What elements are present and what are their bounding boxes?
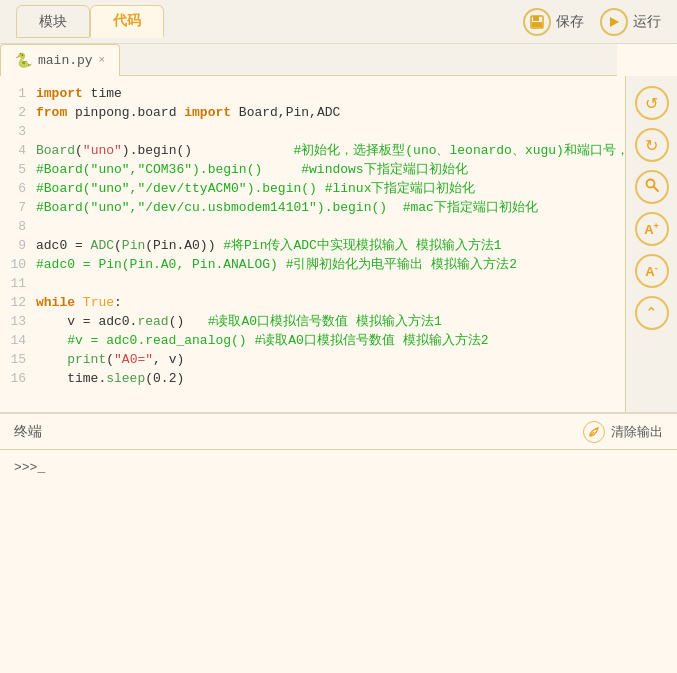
svg-line-5 (654, 187, 658, 191)
code-content: 1 2 3 4 5 6 7 8 9 10 11 12 13 14 15 16 i… (0, 76, 677, 412)
code-line-5: #Board("uno","COM36").begin() #windows下指… (36, 160, 669, 179)
undo-icon: ↺ (645, 94, 658, 113)
file-tabs: 🐍 main.py × (0, 44, 617, 76)
terminal-body[interactable]: >>>_ (0, 450, 677, 673)
code-line-9: adc0 = ADC(Pin(Pin.A0)) #将Pin传入ADC中实现模拟输… (36, 236, 669, 255)
svg-point-4 (646, 180, 654, 188)
tab-group: 模块 代码 (16, 5, 164, 38)
run-button[interactable]: 运行 (600, 8, 661, 36)
clear-label: 清除输出 (611, 423, 663, 441)
code-line-4: Board("uno").begin() #初始化，选择板型(uno、leona… (36, 141, 669, 160)
tab-code[interactable]: 代码 (90, 5, 164, 38)
code-line-16: time.sleep(0.2) (36, 369, 669, 388)
svg-marker-3 (610, 17, 619, 27)
redo-button[interactable]: ↻ (635, 128, 669, 162)
code-line-11 (36, 274, 669, 293)
file-tab-name: main.py (38, 53, 93, 68)
font-increase-button[interactable]: A+ (635, 212, 669, 246)
code-line-1: import time (36, 84, 669, 103)
svg-rect-1 (533, 16, 539, 21)
font-decrease-icon: A- (645, 263, 657, 279)
main-toolbar: 模块 代码 保存 运行 (0, 0, 677, 44)
terminal-title: 终端 (14, 423, 42, 441)
terminal-prompt: >>>_ (14, 460, 45, 475)
save-button[interactable]: 保存 (523, 8, 584, 36)
terminal-area: 终端 清除输出 >>>_ (0, 414, 677, 673)
code-line-13: v = adc0.read() #读取A0口模拟信号数值 模拟输入方法1 (36, 312, 669, 331)
collapse-button[interactable]: ⌃ (635, 296, 669, 330)
undo-button[interactable]: ↺ (635, 86, 669, 120)
line-numbers: 1 2 3 4 5 6 7 8 9 10 11 12 13 14 15 16 (0, 76, 36, 412)
font-increase-icon: A+ (644, 221, 659, 237)
run-label: 运行 (633, 13, 661, 31)
font-decrease-button[interactable]: A- (635, 254, 669, 288)
python-icon: 🐍 (15, 52, 32, 69)
tab-module[interactable]: 模块 (16, 5, 90, 38)
save-icon (523, 8, 551, 36)
code-line-8 (36, 217, 669, 236)
code-line-14: #v = adc0.read_analog() #读取A0口模拟信号数值 模拟输… (36, 331, 669, 350)
side-toolbar: ↺ ↻ A+ A- ⌃ (625, 76, 677, 412)
code-line-3 (36, 122, 669, 141)
close-tab-icon[interactable]: × (99, 54, 106, 66)
code-line-15: print("A0=", v) (36, 350, 669, 369)
code-line-6: #Board("uno","/dev/ttyACM0").begin() #li… (36, 179, 669, 198)
terminal-header: 终端 清除输出 (0, 414, 677, 450)
run-icon (600, 8, 628, 36)
code-line-12: while True: (36, 293, 669, 312)
file-tab-main[interactable]: 🐍 main.py × (0, 44, 120, 76)
leaf-icon (583, 421, 605, 443)
code-line-2: from pinpong.board import Board,Pin,ADC (36, 103, 669, 122)
collapse-icon: ⌃ (645, 304, 658, 322)
code-line-7: #Board("uno","/dev/cu.usbmodem14101").be… (36, 198, 669, 217)
clear-output-button[interactable]: 清除输出 (583, 421, 663, 443)
code-lines[interactable]: import time from pinpong.board import Bo… (36, 76, 677, 412)
redo-icon: ↻ (645, 136, 658, 155)
svg-rect-2 (532, 22, 542, 27)
toolbar-actions: 保存 运行 (523, 8, 661, 36)
save-label: 保存 (556, 13, 584, 31)
code-line-10: #adc0 = Pin(Pin.A0, Pin.ANALOG) #引脚初始化为电… (36, 255, 669, 274)
search-button[interactable] (635, 170, 669, 204)
search-icon (644, 177, 660, 197)
editor-area: 🐍 main.py × 1 2 3 4 5 6 7 8 9 10 11 12 1… (0, 44, 677, 414)
